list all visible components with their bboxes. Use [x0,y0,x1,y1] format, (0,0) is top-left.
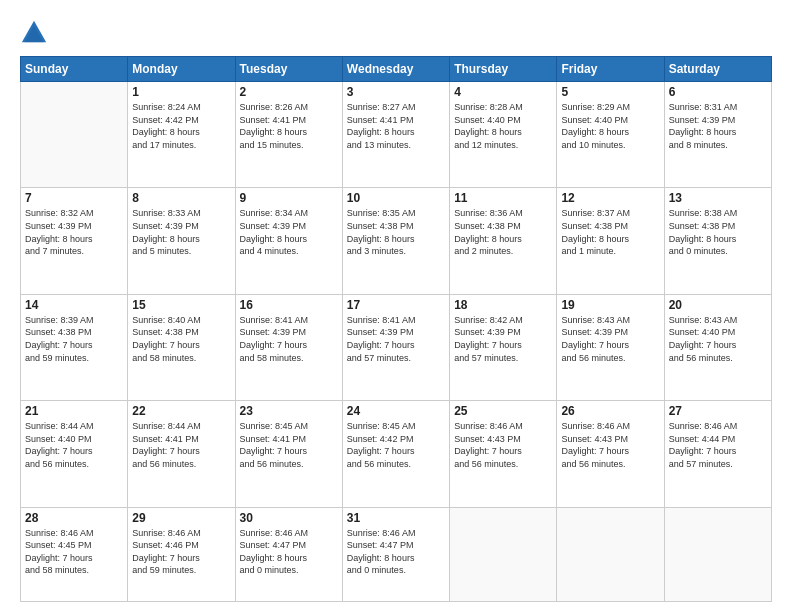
day-info: Sunrise: 8:31 AM Sunset: 4:39 PM Dayligh… [669,101,767,151]
col-header-sunday: Sunday [21,57,128,82]
calendar-cell: 18Sunrise: 8:42 AM Sunset: 4:39 PM Dayli… [450,294,557,400]
day-number: 24 [347,404,445,418]
day-number: 21 [25,404,123,418]
day-info: Sunrise: 8:32 AM Sunset: 4:39 PM Dayligh… [25,207,123,257]
day-info: Sunrise: 8:33 AM Sunset: 4:39 PM Dayligh… [132,207,230,257]
day-info: Sunrise: 8:35 AM Sunset: 4:38 PM Dayligh… [347,207,445,257]
calendar-cell: 15Sunrise: 8:40 AM Sunset: 4:38 PM Dayli… [128,294,235,400]
week-row-4: 21Sunrise: 8:44 AM Sunset: 4:40 PM Dayli… [21,401,772,507]
day-info: Sunrise: 8:37 AM Sunset: 4:38 PM Dayligh… [561,207,659,257]
day-info: Sunrise: 8:46 AM Sunset: 4:43 PM Dayligh… [454,420,552,470]
calendar-cell: 19Sunrise: 8:43 AM Sunset: 4:39 PM Dayli… [557,294,664,400]
calendar-cell [557,507,664,601]
day-info: Sunrise: 8:28 AM Sunset: 4:40 PM Dayligh… [454,101,552,151]
calendar-cell: 17Sunrise: 8:41 AM Sunset: 4:39 PM Dayli… [342,294,449,400]
day-number: 2 [240,85,338,99]
day-number: 26 [561,404,659,418]
calendar-cell: 1Sunrise: 8:24 AM Sunset: 4:42 PM Daylig… [128,82,235,188]
calendar-cell: 27Sunrise: 8:46 AM Sunset: 4:44 PM Dayli… [664,401,771,507]
calendar-cell: 16Sunrise: 8:41 AM Sunset: 4:39 PM Dayli… [235,294,342,400]
calendar-cell: 4Sunrise: 8:28 AM Sunset: 4:40 PM Daylig… [450,82,557,188]
day-number: 8 [132,191,230,205]
day-info: Sunrise: 8:34 AM Sunset: 4:39 PM Dayligh… [240,207,338,257]
col-header-friday: Friday [557,57,664,82]
day-info: Sunrise: 8:44 AM Sunset: 4:41 PM Dayligh… [132,420,230,470]
day-number: 9 [240,191,338,205]
calendar-cell: 9Sunrise: 8:34 AM Sunset: 4:39 PM Daylig… [235,188,342,294]
calendar-cell: 25Sunrise: 8:46 AM Sunset: 4:43 PM Dayli… [450,401,557,507]
day-number: 13 [669,191,767,205]
day-info: Sunrise: 8:45 AM Sunset: 4:42 PM Dayligh… [347,420,445,470]
day-number: 17 [347,298,445,312]
week-row-1: 1Sunrise: 8:24 AM Sunset: 4:42 PM Daylig… [21,82,772,188]
day-number: 23 [240,404,338,418]
day-info: Sunrise: 8:46 AM Sunset: 4:46 PM Dayligh… [132,527,230,577]
day-number: 28 [25,511,123,525]
day-number: 14 [25,298,123,312]
day-number: 16 [240,298,338,312]
day-number: 7 [25,191,123,205]
day-number: 18 [454,298,552,312]
calendar-cell: 29Sunrise: 8:46 AM Sunset: 4:46 PM Dayli… [128,507,235,601]
calendar-cell: 28Sunrise: 8:46 AM Sunset: 4:45 PM Dayli… [21,507,128,601]
day-info: Sunrise: 8:24 AM Sunset: 4:42 PM Dayligh… [132,101,230,151]
week-row-3: 14Sunrise: 8:39 AM Sunset: 4:38 PM Dayli… [21,294,772,400]
day-info: Sunrise: 8:43 AM Sunset: 4:39 PM Dayligh… [561,314,659,364]
calendar-cell: 11Sunrise: 8:36 AM Sunset: 4:38 PM Dayli… [450,188,557,294]
calendar-cell: 5Sunrise: 8:29 AM Sunset: 4:40 PM Daylig… [557,82,664,188]
day-number: 30 [240,511,338,525]
day-info: Sunrise: 8:36 AM Sunset: 4:38 PM Dayligh… [454,207,552,257]
calendar-cell: 30Sunrise: 8:46 AM Sunset: 4:47 PM Dayli… [235,507,342,601]
calendar-cell: 26Sunrise: 8:46 AM Sunset: 4:43 PM Dayli… [557,401,664,507]
day-info: Sunrise: 8:42 AM Sunset: 4:39 PM Dayligh… [454,314,552,364]
calendar-cell: 8Sunrise: 8:33 AM Sunset: 4:39 PM Daylig… [128,188,235,294]
day-number: 20 [669,298,767,312]
col-header-saturday: Saturday [664,57,771,82]
day-info: Sunrise: 8:46 AM Sunset: 4:45 PM Dayligh… [25,527,123,577]
day-number: 15 [132,298,230,312]
week-row-2: 7Sunrise: 8:32 AM Sunset: 4:39 PM Daylig… [21,188,772,294]
calendar-cell: 20Sunrise: 8:43 AM Sunset: 4:40 PM Dayli… [664,294,771,400]
col-header-thursday: Thursday [450,57,557,82]
day-info: Sunrise: 8:46 AM Sunset: 4:47 PM Dayligh… [347,527,445,577]
col-header-tuesday: Tuesday [235,57,342,82]
day-number: 25 [454,404,552,418]
day-info: Sunrise: 8:27 AM Sunset: 4:41 PM Dayligh… [347,101,445,151]
day-info: Sunrise: 8:44 AM Sunset: 4:40 PM Dayligh… [25,420,123,470]
day-number: 31 [347,511,445,525]
calendar-cell: 14Sunrise: 8:39 AM Sunset: 4:38 PM Dayli… [21,294,128,400]
day-number: 27 [669,404,767,418]
calendar-cell: 2Sunrise: 8:26 AM Sunset: 4:41 PM Daylig… [235,82,342,188]
calendar-cell [21,82,128,188]
day-info: Sunrise: 8:43 AM Sunset: 4:40 PM Dayligh… [669,314,767,364]
day-number: 5 [561,85,659,99]
calendar-cell: 13Sunrise: 8:38 AM Sunset: 4:38 PM Dayli… [664,188,771,294]
calendar-cell: 31Sunrise: 8:46 AM Sunset: 4:47 PM Dayli… [342,507,449,601]
calendar-cell: 3Sunrise: 8:27 AM Sunset: 4:41 PM Daylig… [342,82,449,188]
header-row: SundayMondayTuesdayWednesdayThursdayFrid… [21,57,772,82]
page: SundayMondayTuesdayWednesdayThursdayFrid… [0,0,792,612]
calendar-cell: 10Sunrise: 8:35 AM Sunset: 4:38 PM Dayli… [342,188,449,294]
day-number: 29 [132,511,230,525]
day-info: Sunrise: 8:29 AM Sunset: 4:40 PM Dayligh… [561,101,659,151]
week-row-5: 28Sunrise: 8:46 AM Sunset: 4:45 PM Dayli… [21,507,772,601]
calendar-table: SundayMondayTuesdayWednesdayThursdayFrid… [20,56,772,602]
day-info: Sunrise: 8:39 AM Sunset: 4:38 PM Dayligh… [25,314,123,364]
day-info: Sunrise: 8:38 AM Sunset: 4:38 PM Dayligh… [669,207,767,257]
calendar-cell: 6Sunrise: 8:31 AM Sunset: 4:39 PM Daylig… [664,82,771,188]
calendar-cell: 12Sunrise: 8:37 AM Sunset: 4:38 PM Dayli… [557,188,664,294]
logo [20,18,52,46]
logo-icon [20,18,48,46]
day-number: 6 [669,85,767,99]
day-info: Sunrise: 8:26 AM Sunset: 4:41 PM Dayligh… [240,101,338,151]
header [20,18,772,46]
calendar-cell: 21Sunrise: 8:44 AM Sunset: 4:40 PM Dayli… [21,401,128,507]
col-header-wednesday: Wednesday [342,57,449,82]
day-number: 3 [347,85,445,99]
calendar-cell [450,507,557,601]
day-number: 22 [132,404,230,418]
day-info: Sunrise: 8:46 AM Sunset: 4:43 PM Dayligh… [561,420,659,470]
calendar-cell: 24Sunrise: 8:45 AM Sunset: 4:42 PM Dayli… [342,401,449,507]
day-info: Sunrise: 8:41 AM Sunset: 4:39 PM Dayligh… [347,314,445,364]
day-info: Sunrise: 8:41 AM Sunset: 4:39 PM Dayligh… [240,314,338,364]
